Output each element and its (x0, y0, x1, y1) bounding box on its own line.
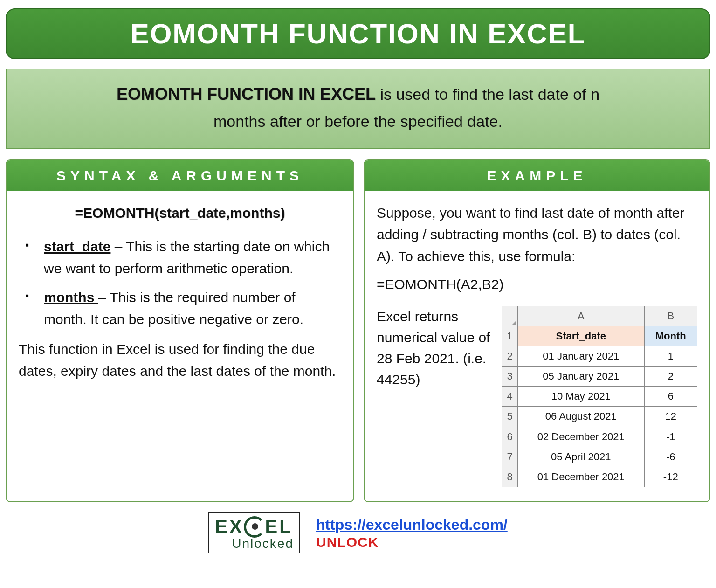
header-b: Month (644, 326, 697, 346)
cell-b: 1 (644, 346, 697, 367)
cell-b: -12 (644, 467, 697, 487)
row-num: 7 (502, 447, 518, 467)
cell-a: 02 December 2021 (518, 427, 645, 447)
row-num: 4 (502, 387, 518, 407)
table-row: 410 May 20216 (502, 387, 697, 407)
title-bar: EOMONTH FUNCTION IN EXCEL (6, 8, 710, 59)
intro-lead: EOMONTH FUNCTION IN EXCEL (117, 84, 376, 104)
footer-url[interactable]: https://excelunlocked.com/ (316, 516, 508, 533)
intro-box: EOMONTH FUNCTION IN EXCEL is used to fin… (6, 69, 710, 149)
logo-text: EXEL Unlocked (215, 516, 294, 550)
page-title: EOMONTH FUNCTION IN EXCEL (21, 18, 695, 50)
cell-b: -6 (644, 447, 697, 467)
example-body: Suppose, you want to find last date of m… (365, 191, 709, 501)
row-num: 1 (502, 326, 518, 346)
example-row: Excel returns numerical value of 28 Feb … (377, 306, 697, 487)
table-row: 201 January 20211 (502, 346, 697, 367)
example-formula: =EOMONTH(A2,B2) (377, 274, 697, 296)
cell-b: 6 (644, 387, 697, 407)
example-header: EXAMPLE (365, 160, 709, 191)
row-num: 3 (502, 367, 518, 387)
args-list: start_date – This is the starting date o… (19, 236, 341, 330)
columns: SYNTAX & ARGUMENTS =EOMONTH(start_date,m… (6, 159, 710, 502)
corner-cell (502, 306, 518, 326)
col-b-header: B (644, 306, 697, 326)
row-num: 8 (502, 467, 518, 487)
intro-rest1: is used to find the last date of n (376, 85, 599, 103)
cell-b: -1 (644, 427, 697, 447)
excel-table-wrap: A B 1 Start_date Month 201 January 20211… (502, 306, 697, 487)
cell-a: 06 August 2021 (518, 407, 645, 427)
syntax-formula: =EOMONTH(start_date,months) (19, 202, 341, 224)
syntax-card: SYNTAX & ARGUMENTS =EOMONTH(start_date,m… (6, 159, 354, 502)
example-card: EXAMPLE Suppose, you want to find last d… (364, 159, 710, 502)
arg-name: months (44, 290, 98, 305)
footer-links: https://excelunlocked.com/ UNLOCK (316, 516, 508, 550)
syntax-header: SYNTAX & ARGUMENTS (7, 160, 353, 191)
syntax-body: =EOMONTH(start_date,months) start_date –… (7, 191, 353, 396)
table-row: 602 December 2021-1 (502, 427, 697, 447)
row-num: 5 (502, 407, 518, 427)
footer-unlock: UNLOCK (316, 534, 508, 550)
logo: EXEL Unlocked (208, 512, 300, 554)
example-para: Suppose, you want to find last date of m… (377, 202, 697, 268)
table-row: 506 August 202112 (502, 407, 697, 427)
logo-top: EXEL (215, 516, 294, 538)
arg-item: start_date – This is the starting date o… (22, 236, 341, 279)
row-num: 2 (502, 346, 518, 367)
cell-a: 01 December 2021 (518, 467, 645, 487)
syntax-note: This function in Excel is used for findi… (19, 339, 341, 382)
header-a: Start_date (518, 326, 645, 346)
excel-table: A B 1 Start_date Month 201 January 20211… (502, 306, 697, 487)
cell-a: 05 January 2021 (518, 367, 645, 387)
table-row: A B (502, 306, 697, 326)
cell-b: 12 (644, 407, 697, 427)
table-row: 1 Start_date Month (502, 326, 697, 346)
arg-item: months – This is the required number of … (22, 287, 341, 330)
lock-icon (244, 516, 265, 538)
intro-rest2: months after or before the specified dat… (213, 112, 503, 130)
table-row: 305 January 20212 (502, 367, 697, 387)
arg-name: start_date (44, 239, 110, 254)
cell-a: 05 April 2021 (518, 447, 645, 467)
cell-a: 01 January 2021 (518, 346, 645, 367)
example-result: Excel returns numerical value of 28 Feb … (377, 306, 493, 390)
cell-b: 2 (644, 367, 697, 387)
table-row: 801 December 2021-12 (502, 467, 697, 487)
col-a-header: A (518, 306, 645, 326)
row-num: 6 (502, 427, 518, 447)
table-row: 705 April 2021-6 (502, 447, 697, 467)
cell-a: 10 May 2021 (518, 387, 645, 407)
logo-bottom: Unlocked (232, 538, 294, 550)
footer: EXEL Unlocked https://excelunlocked.com/… (6, 512, 710, 554)
